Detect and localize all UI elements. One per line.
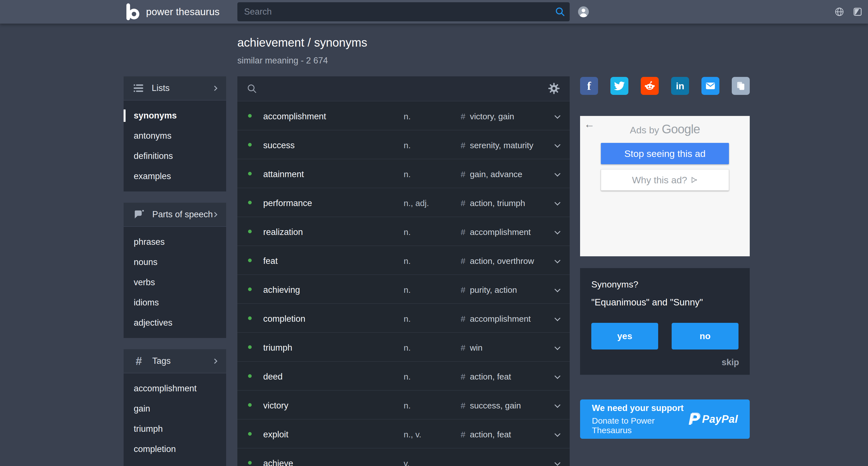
gear-icon: [548, 82, 560, 94]
synonym-word: attainment: [263, 169, 304, 179]
chevron-down-icon[interactable]: [555, 431, 560, 437]
sidebar-item[interactable]: completion: [124, 439, 226, 459]
quiz-title: Synonyms?: [591, 279, 739, 290]
table-row[interactable]: attainment n. #gain, advance: [237, 159, 570, 188]
tag-list: action, feat: [470, 372, 511, 381]
table-row[interactable]: realization n. #accomplishment: [237, 217, 570, 246]
why-this-ad-button[interactable]: Why this ad?: [601, 169, 729, 191]
share-reddit-button[interactable]: [641, 77, 659, 95]
chevron-down-icon[interactable]: [555, 373, 560, 379]
part-of-speech: n.: [404, 170, 411, 179]
share-twitter-button[interactable]: [611, 77, 628, 95]
google-logo-text: Google: [662, 122, 700, 136]
hash-icon: #: [461, 227, 465, 237]
table-row[interactable]: achieve v. #: [237, 448, 570, 466]
search-submit-button[interactable]: [555, 7, 565, 17]
part-of-speech: n., v.: [404, 430, 421, 439]
donate-subtitle: Donate to Power Thesaurus: [592, 416, 688, 435]
panel-tags: # Tags accomplishment gain triumph: [124, 349, 226, 466]
table-row[interactable]: victory n. #success, gain: [237, 390, 570, 419]
green-dot-icon: [248, 345, 252, 349]
sidebar-item[interactable]: idioms: [124, 293, 226, 313]
synonyms-table: accomplishment n. #victory, gain success…: [237, 76, 570, 466]
panel-tags-header[interactable]: # Tags: [124, 349, 226, 373]
sidebar-item[interactable]: triumph: [124, 419, 226, 439]
panel-parts-of-speech-header[interactable]: Parts of speech: [124, 203, 226, 227]
language-button[interactable]: [834, 7, 844, 17]
settings-button[interactable]: [548, 82, 560, 95]
part-of-speech: n.: [404, 141, 411, 150]
search-input[interactable]: [237, 2, 570, 21]
table-row[interactable]: accomplishment n. #victory, gain: [237, 101, 570, 130]
table-row[interactable]: completion n. #accomplishment: [237, 303, 570, 332]
green-dot-icon: [248, 403, 252, 407]
share-linkedin-button[interactable]: in: [671, 77, 689, 95]
sidebar-item-label: antonyms: [134, 131, 172, 141]
chevron-down-icon[interactable]: [555, 200, 560, 205]
sidebar-item-label: synonyms: [134, 110, 177, 121]
share-facebook-button[interactable]: f: [580, 77, 598, 95]
user-avatar[interactable]: [578, 6, 589, 18]
table-row[interactable]: triumph n. #win: [237, 332, 570, 361]
sidebar-item[interactable]: gain: [124, 399, 226, 419]
active-indicator: [124, 109, 126, 122]
sidebar-item[interactable]: accomplishment: [124, 378, 226, 399]
list-icon: [134, 84, 143, 92]
chevron-down-icon[interactable]: [555, 460, 560, 466]
theme-toggle-button[interactable]: [853, 7, 862, 16]
table-row[interactable]: exploit n., v. #action, feat: [237, 419, 570, 448]
reddit-icon: [644, 80, 655, 92]
sidebar-item-label: phrases: [134, 237, 165, 247]
chevron-down-icon[interactable]: [555, 113, 560, 119]
sidebar-item[interactable]: phrases: [124, 232, 226, 252]
chevron-down-icon[interactable]: [555, 402, 560, 408]
chevron-down-icon[interactable]: [555, 258, 560, 263]
hash-icon: #: [461, 141, 465, 150]
green-dot-icon: [248, 114, 252, 118]
chevron-down-icon[interactable]: [555, 344, 560, 350]
chevron-down-icon[interactable]: [555, 142, 560, 148]
hash-icon: #: [461, 170, 465, 179]
tags-cell: #action, feat: [461, 430, 511, 439]
part-of-speech: n., adj.: [404, 198, 429, 208]
sidebar-item[interactable]: verbs: [124, 272, 226, 293]
table-row[interactable]: success n. #serenity, maturity: [237, 130, 570, 159]
table-row[interactable]: achieving n. #purity, action: [237, 274, 570, 303]
quiz-no-button[interactable]: no: [672, 323, 739, 350]
sidebar-item[interactable]: definitions: [124, 146, 226, 166]
stop-seeing-ad-button[interactable]: Stop seeing this ad: [601, 143, 729, 164]
brand-name: power thesaurus: [146, 6, 220, 18]
sidebar-item[interactable]: adjectives: [124, 313, 226, 333]
brand-logo[interactable]: power thesaurus: [124, 0, 220, 24]
sidebar-item[interactable]: examples: [124, 166, 226, 187]
tag-list: gain, advance: [470, 170, 523, 179]
synonym-word: accomplishment: [263, 111, 326, 122]
table-row[interactable]: feat n. #action, overthrow: [237, 246, 570, 274]
sidebar-item-label: triumph: [134, 424, 163, 434]
chevron-down-icon[interactable]: [555, 171, 560, 176]
share-email-button[interactable]: [702, 77, 719, 95]
page-subtitle: similar meaning - 2 674: [237, 56, 328, 66]
sidebar-item[interactable]: nouns: [124, 252, 226, 272]
quiz-skip-button[interactable]: skip: [722, 357, 739, 367]
table-row[interactable]: performance n., adj. #action, triumph: [237, 188, 570, 217]
chevron-down-icon[interactable]: [555, 229, 560, 234]
green-dot-icon: [248, 317, 252, 320]
chevron-down-icon[interactable]: [555, 315, 560, 321]
table-row[interactable]: deed n. #action, feat: [237, 361, 570, 390]
email-icon: [705, 80, 716, 92]
tags-cell: #victory, gain: [461, 112, 514, 121]
ads-by-text: Ads by: [630, 125, 661, 135]
filter-input[interactable]: [262, 84, 548, 94]
part-of-speech: n.: [404, 401, 411, 410]
sidebar-item-label: gain: [134, 404, 150, 413]
green-dot-icon: [248, 201, 252, 204]
sidebar-item[interactable]: antonyms: [124, 126, 226, 146]
chevron-down-icon[interactable]: [555, 286, 560, 292]
sidebar-item[interactable]: party: [124, 459, 226, 466]
sidebar-item[interactable]: synonyms: [124, 105, 226, 126]
quiz-yes-button[interactable]: yes: [591, 323, 658, 350]
copy-link-button[interactable]: [732, 77, 750, 95]
donate-banner[interactable]: We need your support Donate to Power The…: [580, 399, 750, 439]
panel-lists-header[interactable]: Lists: [124, 76, 226, 100]
